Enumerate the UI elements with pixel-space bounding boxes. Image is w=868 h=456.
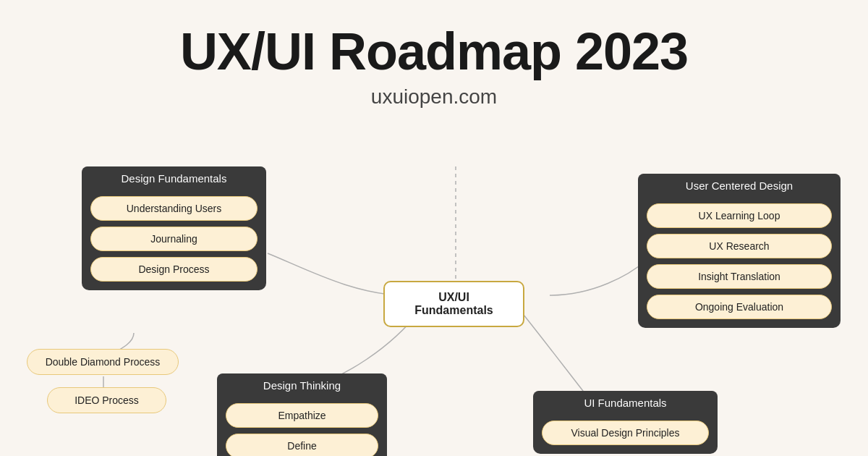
design-process-item: Design Process (90, 257, 258, 282)
journaling-item: Journaling (90, 227, 258, 251)
ui-fundamentals-container: UI Fundamentals Visual Design Principles (533, 391, 718, 454)
empathize-item: Empathize (226, 403, 378, 428)
double-diamond-node: Double Diamond Process (27, 349, 179, 375)
subtitle: uxuiopen.com (0, 85, 868, 109)
center-node: UX/UI Fundamentals (383, 281, 524, 327)
user-centered-design-header: User Centered Design (638, 174, 841, 198)
ux-research-item: UX Research (647, 234, 832, 258)
ux-learning-loop-item: UX Learning Loop (647, 203, 832, 228)
ui-fundamentals-header: UI Fundamentals (533, 391, 718, 415)
user-centered-design-container: User Centered Design UX Learning Loop UX… (638, 174, 841, 328)
design-fundamentals-container: Design Fundamentals Understanding Users … (82, 166, 266, 290)
define-item: Define (226, 434, 378, 456)
design-thinking-header: Design Thinking (217, 373, 387, 397)
design-fundamentals-header: Design Fundamentals (82, 166, 266, 190)
ongoing-evaluation-item: Ongoing Evaluation (647, 295, 832, 319)
understanding-users-item: Understanding Users (90, 196, 258, 221)
visual-design-principles-item: Visual Design Principles (542, 421, 709, 445)
insight-translation-item: Insight Translation (647, 264, 832, 289)
design-thinking-container: Design Thinking Empathize Define (217, 373, 387, 456)
main-title: UX/UI Roadmap 2023 (0, 22, 868, 81)
ideo-process-node: IDEO Process (47, 387, 166, 413)
